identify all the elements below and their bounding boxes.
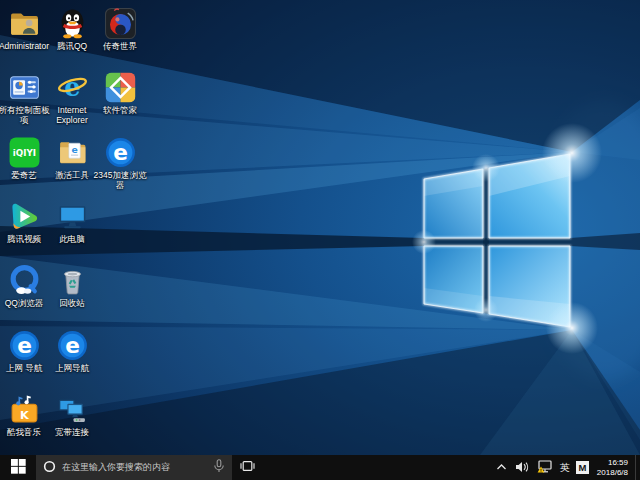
clock[interactable]: 16:59 2018/6/8 xyxy=(591,458,635,477)
desktop-icon-tencent-qq[interactable]: 腾讯QQ xyxy=(48,7,96,51)
clock-date: 2018/6/8 xyxy=(597,468,628,478)
task-view-icon xyxy=(240,459,255,476)
game-sphere-icon xyxy=(104,7,137,40)
desktop-icon-qq-browser[interactable]: QQ浏览器 xyxy=(0,264,48,308)
start-button[interactable] xyxy=(0,455,36,480)
desktop-icon-label: 回收站 xyxy=(45,298,99,308)
svg-text:e: e xyxy=(65,333,80,358)
this-pc-icon xyxy=(56,200,89,233)
search-input[interactable]: 在这里输入你要搜索的内容 xyxy=(36,455,232,480)
control-panel-icon xyxy=(8,71,41,104)
ime-badge[interactable]: M xyxy=(576,461,589,474)
desktop-icon-label: 传奇世界 xyxy=(93,41,147,51)
desktop-icon-activation-tool[interactable]: e激活工具 xyxy=(48,136,96,180)
folder-doc-icon: e xyxy=(56,136,89,169)
desktop-icon-administrator[interactable]: Administrator xyxy=(0,7,48,51)
desktop-icon-iqiyi[interactable]: iQIYI爱奇艺 xyxy=(0,136,48,180)
desktop-icon-label: 宽带连接 xyxy=(45,427,99,437)
desktop-icon-web-nav-1[interactable]: e上网 导航 xyxy=(0,329,48,373)
microphone-icon[interactable] xyxy=(213,459,225,477)
desktop-icon-chuanqi-shijie[interactable]: 传奇世界 xyxy=(96,7,144,51)
svg-text:e: e xyxy=(17,333,32,358)
svg-text:iQIYI: iQIYI xyxy=(12,148,35,158)
desktop-icon-recycle-bin[interactable]: 回收站 xyxy=(48,264,96,308)
desktop-icon-label: 酷我音乐 xyxy=(0,427,51,437)
desktop-icon-label: 软件管家 xyxy=(93,105,147,115)
browser-e-icon: e xyxy=(8,329,41,362)
desktop-icon-this-pc[interactable]: 此电脑 xyxy=(48,200,96,244)
svg-text:e: e xyxy=(71,144,77,155)
show-desktop-button[interactable] xyxy=(635,455,640,480)
software-manager-icon xyxy=(104,71,137,104)
qq-penguin-icon xyxy=(56,7,89,40)
task-view-button[interactable] xyxy=(232,455,262,480)
ie-icon: e xyxy=(56,71,89,104)
browser-e-icon: e xyxy=(104,136,137,169)
desktop-icon-label: 腾讯QQ xyxy=(45,41,99,51)
taskbar: 在这里输入你要搜索的内容 xyxy=(0,455,640,480)
desktop: Administrator所有控制面板项iQIYI爱奇艺腾讯视频QQ浏览器e上网… xyxy=(0,0,640,455)
desktop-icon-broadband[interactable]: 宽带连接 xyxy=(48,393,96,437)
tencent-video-icon xyxy=(8,200,41,233)
iqiyi-icon: iQIYI xyxy=(8,136,41,169)
desktop-icon-label: 爱奇艺 xyxy=(0,170,51,180)
desktop-icon-label: Administrator xyxy=(0,41,51,51)
desktop-icon-label: 激活工具 xyxy=(45,170,99,180)
windows-logo-icon xyxy=(11,459,26,477)
desktop-icon-grid: Administrator所有控制面板项iQIYI爱奇艺腾讯视频QQ浏览器e上网… xyxy=(0,0,640,455)
desktop-icon-label: 2345加速浏览器 xyxy=(93,170,147,190)
qq-browser-icon xyxy=(8,264,41,297)
recycle-bin-icon xyxy=(56,264,89,297)
desktop-icon-kuwo-music[interactable]: K酷我音乐 xyxy=(0,393,48,437)
broadband-icon xyxy=(56,393,89,426)
volume-button[interactable] xyxy=(511,455,533,480)
browser-e-icon: e xyxy=(56,329,89,362)
desktop-icon-software-manager[interactable]: 软件管家 xyxy=(96,71,144,115)
network-button[interactable] xyxy=(533,455,556,480)
svg-text:K: K xyxy=(20,408,30,422)
desktop-icon-label: 所有控制面板项 xyxy=(0,105,51,125)
chevron-up-icon xyxy=(496,459,507,477)
system-tray: 英 M 16:59 2018/6/8 xyxy=(492,455,640,480)
desktop-icon-label: 上网 导航 xyxy=(0,363,51,373)
tray-expand-button[interactable] xyxy=(492,455,511,480)
desktop-icon-control-panel[interactable]: 所有控制面板项 xyxy=(0,71,48,125)
clock-time: 16:59 xyxy=(597,458,628,468)
desktop-icon-web-nav-2[interactable]: e上网导航 xyxy=(48,329,96,373)
desktop-icon-label: QQ浏览器 xyxy=(0,298,51,308)
network-warning-icon xyxy=(537,459,552,477)
svg-text:e: e xyxy=(113,140,128,165)
cortana-icon xyxy=(43,459,56,477)
desktop-icon-label: 此电脑 xyxy=(45,234,99,244)
user-folder-icon xyxy=(8,7,41,40)
speaker-icon xyxy=(515,459,529,477)
desktop-icon-label: 腾讯视频 xyxy=(0,234,51,244)
ime-language-indicator[interactable]: 英 xyxy=(556,455,574,480)
desktop-icon-label: Internet Explorer xyxy=(45,105,99,125)
search-placeholder: 在这里输入你要搜索的内容 xyxy=(62,461,207,474)
desktop-icon-label: 上网导航 xyxy=(45,363,99,373)
desktop-icon-tencent-video[interactable]: 腾讯视频 xyxy=(0,200,48,244)
desktop-icon-browser-2345[interactable]: e2345加速浏览器 xyxy=(96,136,144,190)
kuwo-music-icon: K xyxy=(8,393,41,426)
desktop-icon-internet-explorer[interactable]: eInternet Explorer xyxy=(48,71,96,125)
